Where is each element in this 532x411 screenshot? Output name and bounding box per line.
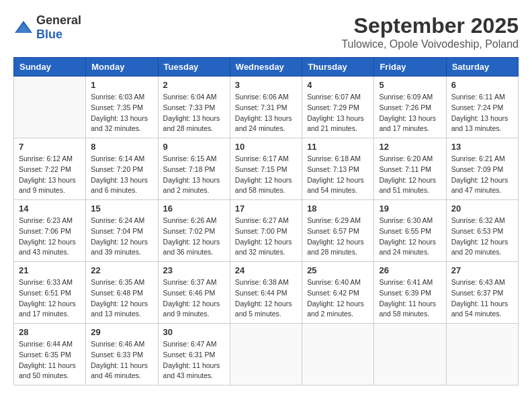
calendar-day-cell bbox=[374, 324, 446, 385]
calendar-day-cell: 10Sunrise: 6:17 AMSunset: 7:15 PMDayligh… bbox=[230, 138, 302, 200]
day-info: Sunrise: 6:38 AMSunset: 6:44 PMDaylight:… bbox=[235, 277, 297, 320]
day-info: Sunrise: 6:15 AMSunset: 7:18 PMDaylight:… bbox=[163, 154, 225, 196]
day-number: 9 bbox=[163, 142, 225, 152]
day-number: 26 bbox=[379, 265, 441, 275]
calendar-day-cell: 1Sunrise: 6:03 AMSunset: 7:35 PMDaylight… bbox=[86, 77, 158, 138]
day-info: Sunrise: 6:41 AMSunset: 6:39 PMDaylight:… bbox=[379, 277, 441, 320]
day-info: Sunrise: 6:37 AMSunset: 6:46 PMDaylight:… bbox=[163, 277, 225, 320]
day-number: 4 bbox=[307, 80, 369, 90]
weekday-row: SundayMondayTuesdayWednesdayThursdayFrid… bbox=[14, 58, 519, 77]
day-info: Sunrise: 6:14 AMSunset: 7:20 PMDaylight:… bbox=[91, 154, 152, 196]
day-info: Sunrise: 6:46 AMSunset: 6:33 PMDaylight:… bbox=[91, 339, 152, 381]
day-info: Sunrise: 6:18 AMSunset: 7:13 PMDaylight:… bbox=[307, 154, 369, 196]
day-number: 17 bbox=[235, 203, 297, 214]
day-number: 15 bbox=[91, 203, 152, 214]
day-number: 30 bbox=[163, 327, 225, 337]
month-year: September 2025 bbox=[341, 13, 519, 38]
day-number: 7 bbox=[19, 142, 81, 152]
weekday-header: Saturday bbox=[446, 58, 518, 77]
weekday-header: Friday bbox=[374, 58, 446, 77]
day-number: 12 bbox=[379, 142, 441, 152]
day-info: Sunrise: 6:35 AMSunset: 6:48 PMDaylight:… bbox=[91, 277, 152, 320]
calendar-day-cell: 28Sunrise: 6:44 AMSunset: 6:35 PMDayligh… bbox=[14, 324, 86, 385]
day-info: Sunrise: 6:20 AMSunset: 7:11 PMDaylight:… bbox=[379, 154, 441, 196]
calendar-day-cell bbox=[302, 324, 374, 385]
day-info: Sunrise: 6:26 AMSunset: 7:02 PMDaylight:… bbox=[163, 216, 225, 258]
logo-text: General Blue bbox=[36, 13, 81, 42]
day-info: Sunrise: 6:30 AMSunset: 6:55 PMDaylight:… bbox=[379, 216, 441, 258]
calendar-week-row: 14Sunrise: 6:23 AMSunset: 7:06 PMDayligh… bbox=[14, 200, 519, 262]
day-info: Sunrise: 6:44 AMSunset: 6:35 PMDaylight:… bbox=[19, 339, 81, 381]
calendar-day-cell: 21Sunrise: 6:33 AMSunset: 6:51 PMDayligh… bbox=[14, 262, 86, 324]
day-info: Sunrise: 6:32 AMSunset: 6:53 PMDaylight:… bbox=[451, 216, 513, 258]
day-info: Sunrise: 6:29 AMSunset: 6:57 PMDaylight:… bbox=[307, 216, 369, 258]
day-info: Sunrise: 6:12 AMSunset: 7:22 PMDaylight:… bbox=[19, 154, 81, 196]
calendar-week-row: 21Sunrise: 6:33 AMSunset: 6:51 PMDayligh… bbox=[14, 262, 519, 324]
calendar-day-cell: 13Sunrise: 6:21 AMSunset: 7:09 PMDayligh… bbox=[446, 138, 518, 200]
day-number: 2 bbox=[163, 80, 225, 90]
calendar-day-cell: 15Sunrise: 6:24 AMSunset: 7:04 PMDayligh… bbox=[86, 200, 158, 262]
day-info: Sunrise: 6:23 AMSunset: 7:06 PMDaylight:… bbox=[19, 216, 81, 258]
day-number: 23 bbox=[163, 265, 225, 275]
calendar-day-cell bbox=[230, 324, 302, 385]
day-number: 22 bbox=[91, 265, 152, 275]
day-number: 21 bbox=[19, 265, 81, 275]
calendar-day-cell: 26Sunrise: 6:41 AMSunset: 6:39 PMDayligh… bbox=[374, 262, 446, 324]
day-number: 27 bbox=[451, 265, 513, 275]
calendar-day-cell: 25Sunrise: 6:40 AMSunset: 6:42 PMDayligh… bbox=[302, 262, 374, 324]
day-info: Sunrise: 6:11 AMSunset: 7:24 PMDaylight:… bbox=[451, 92, 513, 134]
day-number: 10 bbox=[235, 142, 297, 152]
day-info: Sunrise: 6:17 AMSunset: 7:15 PMDaylight:… bbox=[235, 154, 297, 196]
day-info: Sunrise: 6:03 AMSunset: 7:35 PMDaylight:… bbox=[91, 92, 152, 134]
day-number: 24 bbox=[235, 265, 297, 275]
calendar-week-row: 1Sunrise: 6:03 AMSunset: 7:35 PMDaylight… bbox=[14, 77, 519, 138]
calendar-day-cell: 12Sunrise: 6:20 AMSunset: 7:11 PMDayligh… bbox=[374, 138, 446, 200]
calendar-day-cell bbox=[446, 324, 518, 385]
day-info: Sunrise: 6:06 AMSunset: 7:31 PMDaylight:… bbox=[235, 92, 297, 134]
day-info: Sunrise: 6:24 AMSunset: 7:04 PMDaylight:… bbox=[91, 216, 152, 258]
calendar-day-cell: 11Sunrise: 6:18 AMSunset: 7:13 PMDayligh… bbox=[302, 138, 374, 200]
logo: General Blue bbox=[13, 13, 81, 42]
day-info: Sunrise: 6:07 AMSunset: 7:29 PMDaylight:… bbox=[307, 92, 369, 134]
weekday-header: Monday bbox=[86, 58, 158, 77]
weekday-header: Wednesday bbox=[230, 58, 302, 77]
calendar-day-cell: 17Sunrise: 6:27 AMSunset: 7:00 PMDayligh… bbox=[230, 200, 302, 262]
day-info: Sunrise: 6:43 AMSunset: 6:37 PMDaylight:… bbox=[451, 277, 513, 320]
day-info: Sunrise: 6:21 AMSunset: 7:09 PMDaylight:… bbox=[451, 154, 513, 196]
day-info: Sunrise: 6:27 AMSunset: 7:00 PMDaylight:… bbox=[235, 216, 297, 258]
calendar-table: SundayMondayTuesdayWednesdayThursdayFrid… bbox=[13, 57, 519, 385]
day-number: 8 bbox=[91, 142, 152, 152]
day-number: 20 bbox=[451, 203, 513, 214]
calendar-day-cell: 16Sunrise: 6:26 AMSunset: 7:02 PMDayligh… bbox=[158, 200, 230, 262]
day-info: Sunrise: 6:09 AMSunset: 7:26 PMDaylight:… bbox=[379, 92, 441, 134]
weekday-header: Tuesday bbox=[158, 58, 230, 77]
page-header: General Blue September 2025 Tulowice, Op… bbox=[13, 13, 519, 50]
logo-blue: Blue bbox=[36, 28, 62, 41]
calendar-week-row: 7Sunrise: 6:12 AMSunset: 7:22 PMDaylight… bbox=[14, 138, 519, 200]
calendar-body: 1Sunrise: 6:03 AMSunset: 7:35 PMDaylight… bbox=[14, 77, 519, 385]
calendar-day-cell: 20Sunrise: 6:32 AMSunset: 6:53 PMDayligh… bbox=[446, 200, 518, 262]
location: Tulowice, Opole Voivodeship, Poland bbox=[341, 38, 519, 50]
day-info: Sunrise: 6:47 AMSunset: 6:31 PMDaylight:… bbox=[163, 339, 225, 381]
calendar-day-cell: 9Sunrise: 6:15 AMSunset: 7:18 PMDaylight… bbox=[158, 138, 230, 200]
calendar-day-cell: 22Sunrise: 6:35 AMSunset: 6:48 PMDayligh… bbox=[86, 262, 158, 324]
day-number: 14 bbox=[19, 203, 81, 214]
day-number: 19 bbox=[379, 203, 441, 214]
calendar-day-cell: 5Sunrise: 6:09 AMSunset: 7:26 PMDaylight… bbox=[374, 77, 446, 138]
calendar-day-cell: 7Sunrise: 6:12 AMSunset: 7:22 PMDaylight… bbox=[14, 138, 86, 200]
weekday-header: Sunday bbox=[14, 58, 86, 77]
calendar-day-cell: 18Sunrise: 6:29 AMSunset: 6:57 PMDayligh… bbox=[302, 200, 374, 262]
day-number: 25 bbox=[307, 265, 369, 275]
day-info: Sunrise: 6:04 AMSunset: 7:33 PMDaylight:… bbox=[163, 92, 225, 134]
calendar-day-cell: 27Sunrise: 6:43 AMSunset: 6:37 PMDayligh… bbox=[446, 262, 518, 324]
calendar-header: SundayMondayTuesdayWednesdayThursdayFrid… bbox=[14, 58, 519, 77]
calendar-day-cell: 2Sunrise: 6:04 AMSunset: 7:33 PMDaylight… bbox=[158, 77, 230, 138]
calendar-day-cell: 24Sunrise: 6:38 AMSunset: 6:44 PMDayligh… bbox=[230, 262, 302, 324]
day-info: Sunrise: 6:33 AMSunset: 6:51 PMDaylight:… bbox=[19, 277, 81, 320]
title-block: September 2025 Tulowice, Opole Voivodesh… bbox=[341, 13, 519, 50]
calendar-day-cell: 23Sunrise: 6:37 AMSunset: 6:46 PMDayligh… bbox=[158, 262, 230, 324]
calendar-day-cell: 19Sunrise: 6:30 AMSunset: 6:55 PMDayligh… bbox=[374, 200, 446, 262]
day-number: 11 bbox=[307, 142, 369, 152]
calendar-day-cell: 6Sunrise: 6:11 AMSunset: 7:24 PMDaylight… bbox=[446, 77, 518, 138]
calendar-week-row: 28Sunrise: 6:44 AMSunset: 6:35 PMDayligh… bbox=[14, 324, 519, 385]
